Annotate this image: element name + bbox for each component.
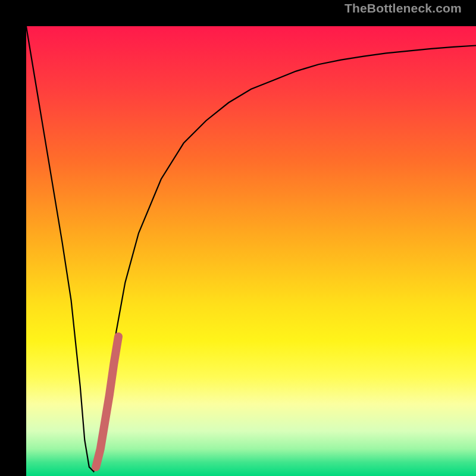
watermark-text: TheBottleneck.com	[345, 1, 462, 15]
chart-background	[26, 26, 476, 476]
chart-frame	[0, 0, 476, 476]
bottleneck-chart	[26, 26, 476, 476]
